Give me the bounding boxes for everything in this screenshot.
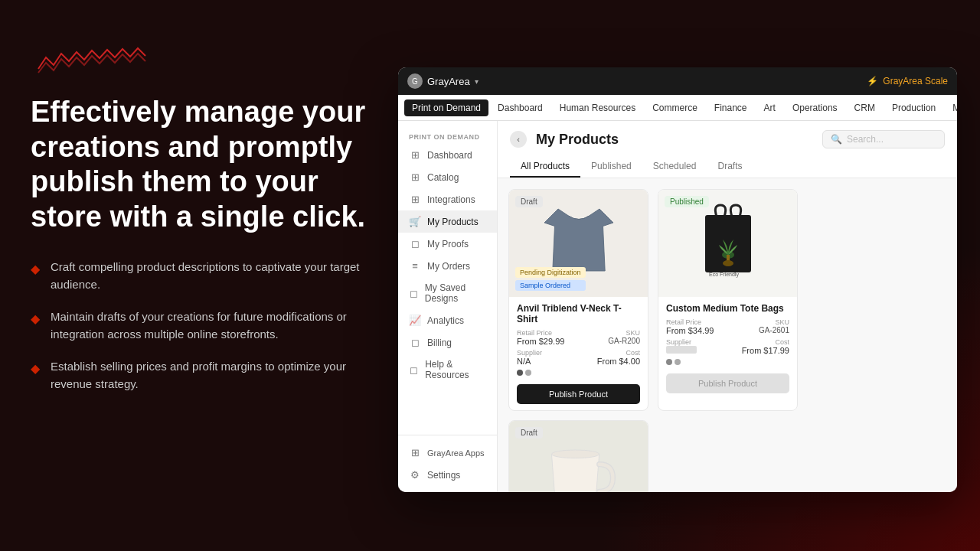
sidebar-label-apps: GrayArea Apps — [427, 448, 485, 458]
retail-price-label-2: Retail Price — [666, 318, 714, 326]
bullet-text-1: Craft compelling product descriptions to… — [51, 259, 368, 293]
status-badge-draft-1: Draft — [515, 196, 543, 207]
integrations-icon: ⊞ — [409, 194, 421, 205]
bullet-text-3: Establish selling prices and profit marg… — [51, 358, 368, 393]
menu-item-production[interactable]: Production — [884, 99, 943, 116]
back-button[interactable]: ‹ — [510, 131, 527, 148]
sidebar-item-dashboard[interactable]: ⊞ Dashboard — [398, 144, 497, 166]
retail-price-value-2: From $34.99 — [666, 326, 714, 335]
sidebar-label-billing: Billing — [427, 337, 452, 348]
color-dot-1b — [525, 370, 531, 376]
sku-value-1: GA-R200 — [608, 337, 640, 345]
menu-item-crm[interactable]: CRM — [847, 99, 883, 116]
sidebar-item-catalog[interactable]: ⊞ Catalog — [398, 166, 497, 188]
search-icon: 🔍 — [831, 134, 842, 145]
retail-price-label-1: Retail Price — [517, 329, 564, 337]
menu-item-pod[interactable]: Print on Demand — [404, 99, 488, 116]
my-orders-icon: ≡ — [409, 260, 421, 272]
apps-icon: ⊞ — [409, 447, 421, 458]
analytics-icon: 📈 — [409, 315, 421, 326]
product-card-tshirt: Draft Pending Digitization Sample Ordere… — [508, 189, 648, 411]
sidebar-bottom: ⊞ GrayArea Apps ⚙ Settings — [398, 435, 497, 486]
cost-value-2: From $17.99 — [742, 346, 789, 355]
menu-item-dashboard[interactable]: Dashboard — [490, 99, 550, 116]
billing-icon: ◻ — [409, 337, 421, 348]
mug-svg — [541, 444, 617, 492]
sidebar-label-settings: Settings — [427, 470, 460, 481]
sidebar-item-apps[interactable]: ⊞ GrayArea Apps — [398, 442, 497, 464]
tote-svg: Eco Friendly — [697, 201, 759, 285]
scale-text: GrayArea Scale — [883, 76, 948, 86]
product-card-tote: Published — [658, 189, 798, 411]
menu-item-art[interactable]: Art — [756, 99, 783, 116]
search-placeholder: Search... — [847, 134, 884, 145]
sidebar-label-dashboard: Dashboard — [427, 150, 472, 161]
sidebar-item-settings[interactable]: ⚙ Settings — [398, 464, 497, 486]
menu-item-hr[interactable]: Human Resources — [552, 99, 643, 116]
catalog-icon: ⊞ — [409, 171, 421, 183]
sidebar-item-billing[interactable]: ◻ Billing — [398, 331, 497, 354]
product-name-tote: Custom Medium Tote Bags — [666, 303, 789, 314]
brand-chevron-icon: ▾ — [475, 77, 479, 86]
sidebar-item-analytics[interactable]: 📈 Analytics — [398, 309, 497, 331]
color-dot-1a — [517, 370, 523, 376]
retail-price-value-1: From $29.99 — [517, 337, 564, 346]
bullet-item-1: ◆ Craft compelling product descriptions … — [31, 259, 368, 293]
publish-button-1[interactable]: Publish Product — [517, 384, 640, 404]
sidebar-item-my-orders[interactable]: ≡ My Orders — [398, 255, 497, 277]
menu-item-marketing[interactable]: Marketing — [945, 99, 957, 116]
my-products-icon: 🛒 — [409, 216, 421, 227]
diamond-icon-3: ◆ — [31, 360, 40, 378]
app-window: G GrayArea ▾ ⚡ GrayArea Scale Print on D… — [398, 67, 957, 492]
supplier-row-2: Supplier Cost From $17.99 — [666, 338, 789, 355]
bullet-text-2: Maintain drafts of your creations for fu… — [51, 308, 368, 343]
publish-button-2[interactable]: Publish Product — [666, 373, 789, 393]
sidebar-label-help: Help & Resources — [425, 359, 486, 380]
sidebar-item-my-proofs[interactable]: ◻ My Proofs — [398, 233, 497, 255]
product-image-tshirt: Draft Pending Digitization Sample Ordere… — [509, 190, 648, 297]
product-image-tote: Published — [658, 190, 797, 297]
brand-logo: G — [407, 73, 423, 89]
top-nav: G GrayArea ▾ ⚡ GrayArea Scale — [398, 67, 957, 95]
sidebar-label-my-saved-designs: My Saved Designs — [425, 282, 486, 304]
my-proofs-icon: ◻ — [409, 238, 421, 249]
sku-label-2: SKU — [759, 318, 789, 326]
meta-row-price-1: Retail Price From $29.99 SKU GA-R200 — [517, 329, 640, 346]
supplier-value-2 — [666, 346, 697, 354]
product-info-tshirt: Anvil Triblend V-Neck T-Shirt Retail Pri… — [509, 297, 648, 410]
tab-drafts[interactable]: Drafts — [707, 156, 753, 178]
logo-waves — [31, 46, 368, 80]
supplier-value-1: N/A — [517, 357, 542, 366]
content-header-top: ‹ My Products 🔍 Search... — [510, 130, 945, 148]
diamond-icon-1: ◆ — [31, 260, 40, 279]
menu-item-finance[interactable]: Finance — [707, 99, 755, 116]
menu-item-operations[interactable]: Operations — [785, 99, 845, 116]
content-header: ‹ My Products 🔍 Search... All Products P… — [498, 121, 957, 178]
bullet-item-3: ◆ Establish selling prices and profit ma… — [31, 358, 368, 393]
sidebar-label-catalog: Catalog — [427, 172, 459, 183]
status-badge-published: Published — [665, 196, 709, 207]
cost-value-1: From $4.00 — [597, 357, 640, 366]
sidebar-item-my-products[interactable]: 🛒 My Products — [398, 210, 497, 233]
tab-all-products[interactable]: All Products — [510, 156, 580, 178]
tabs-row: All Products Published Scheduled Drafts — [510, 156, 945, 178]
sidebar-item-my-saved-designs[interactable]: ◻ My Saved Designs — [398, 277, 497, 309]
supplier-label-1: Supplier — [517, 349, 542, 357]
dashboard-icon: ⊞ — [409, 149, 421, 161]
menu-item-commerce[interactable]: Commerce — [645, 99, 705, 116]
sidebar-item-help[interactable]: ◻ Help & Resources — [398, 354, 497, 386]
brand-name[interactable]: G GrayArea ▾ — [407, 73, 479, 89]
supplier-label-2: Supplier — [666, 338, 697, 346]
search-bar[interactable]: 🔍 Search... — [822, 130, 945, 148]
bolt-icon: ⚡ — [867, 76, 878, 86]
brand-label: GrayArea — [427, 76, 470, 87]
color-dots-2 — [666, 359, 789, 365]
svg-point-3 — [723, 260, 733, 266]
tab-scheduled[interactable]: Scheduled — [642, 156, 707, 178]
sidebar-label-my-products: My Products — [427, 217, 479, 227]
bullet-list: ◆ Craft compelling product descriptions … — [31, 259, 368, 393]
diamond-icon-2: ◆ — [31, 310, 40, 328]
tab-published[interactable]: Published — [580, 156, 642, 178]
sidebar-item-integrations[interactable]: ⊞ Integrations — [398, 188, 497, 210]
help-icon: ◻ — [409, 364, 419, 376]
